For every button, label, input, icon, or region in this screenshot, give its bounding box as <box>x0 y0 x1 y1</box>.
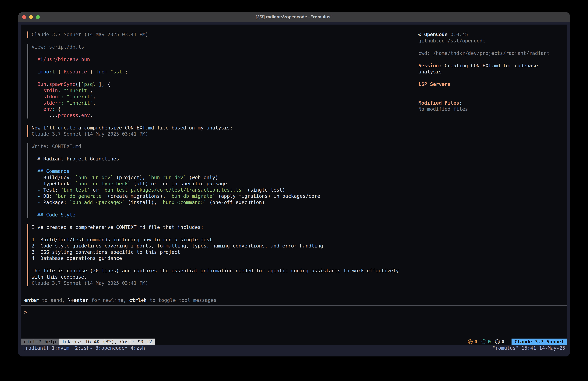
text-segment: No modified files <box>419 106 468 112</box>
diagnostic-hints: ⓗ0 <box>495 338 504 345</box>
message-line: ## Code Style <box>30 212 419 218</box>
message-line: - Build/Dev: `bun run dev` (project), `b… <box>30 175 419 181</box>
text-segment: `bun db migrate` <box>169 193 215 199</box>
session-sidebar: © OpenCode 0.0.45github.com/sst/opencode… <box>419 24 567 297</box>
diagnostic-info: ⓘ0 <box>482 338 491 345</box>
message-line: Write: CONTEXT.md <box>30 143 419 150</box>
terminal-content: Claude 3.7 Sonnet (14 May 2025 03:41 PM)… <box>18 22 570 357</box>
help-shortcut-chip[interactable]: ctrl+? help <box>21 338 59 345</box>
text-segment: (project), <box>113 175 148 180</box>
text-segment: `bun run dev` <box>148 175 186 180</box>
tmux-session-windows[interactable]: [radiant] 1:nvim 2:zsh- 3:opencode* 4:zs… <box>22 345 145 351</box>
prompt-input[interactable] <box>30 309 567 315</box>
sidebar-line: Session: Creating CONTEXT.md for codebas… <box>419 63 567 69</box>
text-segment: `bun run typecheck` <box>75 181 131 186</box>
input-separator <box>21 305 567 306</box>
message-line: - TypeCheck: `bun run typecheck` (all) o… <box>30 181 419 187</box>
message-line: import { Resource } from "sst"; <box>30 69 419 75</box>
prompt-symbol: > <box>24 309 30 315</box>
text-segment: View: script/db.ts <box>32 44 84 50</box>
text-segment: `bun db generate` <box>55 193 105 199</box>
text-segment: (single test) <box>244 187 285 193</box>
message-line <box>30 262 419 268</box>
maximize-button[interactable] <box>36 15 40 19</box>
text-segment: enter <box>74 297 88 303</box>
text-segment: analysis <box>419 69 442 75</box>
traffic-lights <box>22 12 40 22</box>
text-segment: © OpenCode <box>419 32 448 37</box>
window-title: [2/3] radiant:3:opencode - "romulus" <box>256 15 333 20</box>
sidebar-line <box>419 94 567 100</box>
terminal-window: [2/3] radiant:3:opencode - "romulus" Cla… <box>18 12 570 357</box>
sidebar-line: analysis <box>419 69 567 75</box>
text-segment: `bun test` <box>61 187 90 193</box>
text-segment: (one-off execution) <box>207 200 265 205</box>
text-segment: stdin <box>43 88 58 93</box>
hints-count: 0 <box>502 338 504 345</box>
text-segment <box>61 88 64 93</box>
model-chip[interactable]: Claude 3.7 Sonnet <box>511 338 567 345</box>
message-line <box>30 63 419 69</box>
text-segment: stdout <box>43 94 61 99</box>
prompt-area[interactable]: > <box>21 308 567 338</box>
text-segment: `bun test packages/core/test/transaction… <box>102 187 244 193</box>
assistant-message-block: Now I'll create a comprehensive CONTEXT.… <box>27 125 419 137</box>
message-line: The file is concise (20 lines) and captu… <box>30 268 419 274</box>
sidebar-line: github.com/sst/opencode <box>419 38 567 44</box>
sidebar-line: LSP Servers <box>419 81 567 88</box>
message-line: #!/usr/bin/env bun <box>30 56 419 63</box>
opencode-tui: Claude 3.7 Sonnet (14 May 2025 03:41 PM)… <box>21 24 567 345</box>
text-segment <box>32 187 38 193</box>
text-segment: ], { <box>99 81 110 87</box>
text-segment: github.com/sst/opencode <box>419 38 485 44</box>
text-segment: Test: <box>40 187 61 193</box>
tmux-host-clock: "romulus" 15:41 14-May-25 <box>492 345 565 351</box>
message-line: Bun.spawnSync([`psql`], { <box>30 81 419 88</box>
message-line: 4. Database operations guidance <box>30 255 419 262</box>
sidebar-line: cwd: /home/thdxr/dev/projects/radiant/ra… <box>419 50 567 57</box>
text-segment <box>32 57 38 62</box>
text-segment: Session <box>419 63 439 68</box>
text-segment: : <box>58 88 61 93</box>
text-segment: ## Commands <box>32 168 69 174</box>
text-segment: LSP Servers <box>419 81 451 87</box>
text-segment: Resource <box>64 69 87 75</box>
titlebar[interactable]: [2/3] radiant:3:opencode - "romulus" <box>18 12 570 22</box>
close-button[interactable] <box>22 15 26 19</box>
text-segment: 1. Build/lint/test commands including ho… <box>32 237 212 243</box>
minimize-button[interactable] <box>29 15 33 19</box>
text-segment: , <box>90 112 93 118</box>
text-segment: Bun <box>38 81 46 87</box>
text-segment: , <box>90 88 93 93</box>
text-segment <box>64 94 67 99</box>
text-segment <box>32 81 38 87</box>
text-segment: . <box>78 112 81 118</box>
message-line: # Radiant Project Guidelines <box>30 156 419 162</box>
text-segment: (install), <box>125 200 160 205</box>
text-segment <box>64 100 67 106</box>
text-segment: Claude 3.7 Sonnet (14 May 2025 03:41 PM) <box>32 32 148 37</box>
assistant-message-block: Claude 3.7 Sonnet (14 May 2025 03:41 PM) <box>27 31 419 38</box>
status-gap <box>509 338 511 345</box>
text-segment: (apply migrations) in packages/core <box>215 193 320 199</box>
text-segment: : <box>459 100 462 106</box>
message-line: - Test: `bun test` or `bun test packages… <box>30 187 419 193</box>
text-segment: - <box>38 175 40 180</box>
message-line: Now I'll create a comprehensive CONTEXT.… <box>30 125 419 131</box>
text-segment: : <box>61 94 64 99</box>
diagnostic-warnings: ⓦ0 <box>468 338 477 345</box>
text-segment: env <box>43 106 52 112</box>
keybind-hints: enter to send, \+enter for newline, ctrl… <box>21 297 567 304</box>
text-segment: from <box>96 69 107 75</box>
message-line: 2. Code style guidelines covering import… <box>30 243 419 249</box>
text-segment: - <box>38 200 40 205</box>
text-segment: # <box>38 57 40 62</box>
chat-messages: Claude 3.7 Sonnet (14 May 2025 03:41 PM)… <box>21 24 419 297</box>
text-segment: ## Code Style <box>32 212 75 218</box>
text-segment: Write: CONTEXT.md <box>32 143 81 149</box>
text-segment: . <box>46 81 49 87</box>
message-line: - Package: `bun add <package>` (install)… <box>30 199 419 206</box>
sidebar-line: © OpenCode 0.0.45 <box>419 31 567 38</box>
terminal-bottom-padding <box>21 351 567 357</box>
text-segment: "inherit" <box>67 100 93 106</box>
